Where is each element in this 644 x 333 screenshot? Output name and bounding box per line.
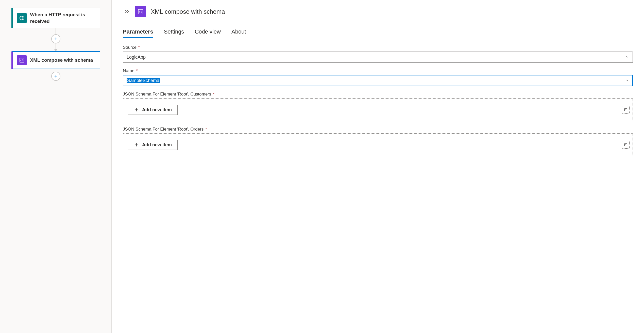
node-action-title: XML compose with schema: [30, 57, 93, 64]
details-action-icon: [135, 6, 146, 17]
field-orders: JSON Schema For Element 'Root'. Orders *…: [123, 127, 633, 156]
node-action-xml-compose[interactable]: XML compose with schema: [11, 51, 100, 69]
listbox-orders: ＋ Add new item: [123, 133, 633, 156]
add-step-button-1[interactable]: [51, 34, 60, 43]
label-orders: JSON Schema For Element 'Root'. Orders *: [123, 127, 633, 132]
label-source: Source *: [123, 45, 633, 50]
required-indicator: *: [204, 127, 207, 132]
add-step-button-2[interactable]: [51, 72, 60, 81]
details-pane: XML compose with schema Parameters Setti…: [112, 0, 644, 333]
tab-parameters[interactable]: Parameters: [123, 27, 153, 38]
svg-rect-5: [624, 144, 627, 146]
required-indicator: *: [135, 68, 138, 73]
label-customers: JSON Schema For Element 'Root'. Customer…: [123, 92, 633, 97]
node-trigger-http[interactable]: When a HTTP request is received: [11, 8, 100, 28]
dropdown-name[interactable]: SampleSchema: [123, 75, 633, 86]
http-trigger-icon: [17, 13, 27, 23]
dropdown-source[interactable]: LogicApp: [123, 52, 633, 63]
svg-rect-4: [624, 108, 627, 111]
required-indicator: *: [212, 92, 215, 97]
label-name: Name *: [123, 68, 633, 73]
add-item-button-customers[interactable]: ＋ Add new item: [128, 105, 178, 115]
dynamic-content-button-orders[interactable]: [622, 141, 630, 149]
connector-1: [51, 28, 61, 51]
node-trigger-title: When a HTTP request is received: [30, 11, 96, 24]
tab-settings[interactable]: Settings: [164, 27, 184, 38]
collapse-pane-button[interactable]: [123, 8, 130, 16]
required-indicator: *: [137, 45, 140, 50]
chevron-down-icon: [625, 78, 629, 83]
chevron-down-icon: [625, 55, 629, 60]
details-tabs: Parameters Settings Code view About: [123, 27, 633, 38]
xml-compose-icon: [17, 55, 27, 65]
dropdown-source-value: LogicApp: [127, 55, 146, 60]
field-source: Source * LogicApp: [123, 45, 633, 63]
add-item-button-orders[interactable]: ＋ Add new item: [128, 140, 178, 150]
dynamic-content-button-customers[interactable]: [622, 106, 630, 114]
field-name: Name * SampleSchema: [123, 68, 633, 86]
details-header: XML compose with schema: [123, 6, 633, 17]
tab-code-view[interactable]: Code view: [195, 27, 221, 38]
designer-canvas: When a HTTP request is received XML comp…: [0, 0, 112, 333]
details-title: XML compose with schema: [151, 8, 225, 15]
dropdown-name-value: SampleSchema: [127, 78, 160, 83]
listbox-customers: ＋ Add new item: [123, 98, 633, 121]
field-customers: JSON Schema For Element 'Root'. Customer…: [123, 92, 633, 121]
tab-about[interactable]: About: [231, 27, 246, 38]
